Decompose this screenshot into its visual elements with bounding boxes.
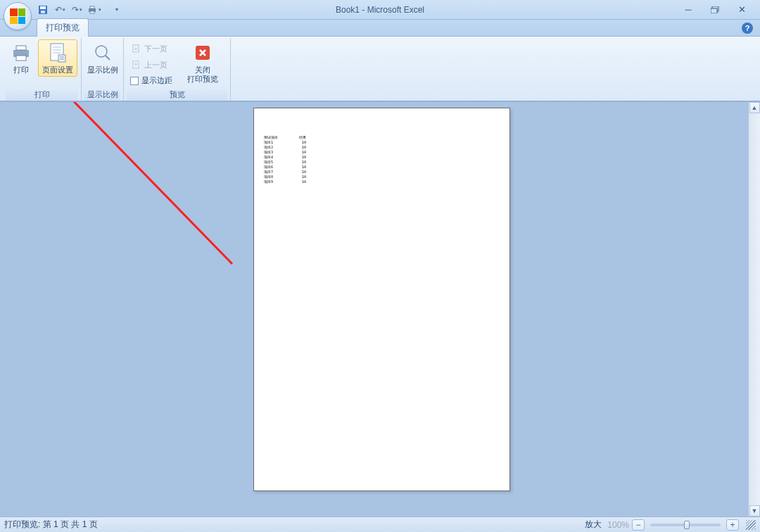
page-content: 测试项目结果项目110项目210项目310项目410项目510项目610项目71…: [264, 135, 306, 184]
ribbon: 打印 页面设置 打印 显示比例 显示比例: [0, 37, 760, 101]
prev-page-button: 上一页: [127, 57, 182, 72]
svg-rect-10: [16, 56, 26, 61]
minimize-button[interactable]: ─: [680, 4, 697, 16]
help-icon[interactable]: ?: [742, 23, 753, 34]
redo-button[interactable]: ↷▾: [69, 2, 84, 18]
svg-point-11: [26, 51, 27, 53]
close-icon: [191, 42, 214, 64]
undo-button[interactable]: ↶▾: [52, 2, 68, 18]
magnifier-icon: [91, 42, 114, 64]
page-setup-button[interactable]: 页面设置: [38, 39, 77, 77]
tab-print-preview[interactable]: 打印预览: [37, 18, 89, 37]
office-button[interactable]: [4, 2, 32, 30]
zoom-button[interactable]: 显示比例: [84, 39, 120, 77]
checkbox-icon: [130, 77, 139, 85]
window-controls: ─ ✕: [680, 4, 756, 16]
close-preview-button[interactable]: 关闭打印预览: [183, 39, 222, 86]
vertical-scrollbar[interactable]: ▲ ▼: [748, 102, 760, 517]
scroll-up-button[interactable]: ▲: [749, 102, 760, 113]
svg-rect-5: [90, 11, 94, 13]
svg-rect-9: [16, 46, 26, 50]
next-page-label: 下一页: [144, 44, 167, 54]
group-zoom: 显示比例 显示比例: [82, 38, 124, 101]
page-setup-icon: [46, 42, 69, 64]
printer-icon: [10, 42, 32, 64]
close-button[interactable]: ✕: [733, 4, 750, 16]
svg-rect-4: [90, 6, 94, 8]
zoom-percent[interactable]: 100%: [607, 520, 629, 530]
prev-page-label: 上一页: [144, 60, 167, 70]
show-margin-checkbox[interactable]: 显示边距: [127, 73, 182, 88]
restore-button[interactable]: [707, 4, 723, 16]
resize-grip-icon[interactable]: [746, 520, 756, 530]
status-text: 打印预览: 第 1 页 共 1 页: [4, 519, 98, 531]
app-name: Microsoft Excel: [367, 5, 424, 15]
group-zoom-label: 显示比例: [84, 89, 120, 101]
svg-line-20: [106, 56, 110, 60]
zoom-mode-label[interactable]: 放大: [585, 519, 602, 531]
quickprint-button[interactable]: ▾: [86, 2, 101, 18]
page-setup-label: 页面设置: [42, 65, 73, 75]
svg-line-24: [68, 102, 232, 264]
scroll-down-button[interactable]: ▼: [749, 505, 760, 517]
print-label: 打印: [13, 65, 29, 75]
zoom-slider[interactable]: [650, 524, 721, 526]
svg-point-19: [96, 46, 107, 57]
preview-area[interactable]: 测试项目结果项目110项目210项目310项目410项目510项目610项目71…: [0, 101, 760, 517]
zoom-slider-thumb[interactable]: [684, 521, 690, 529]
preview-options: 下一页 上一页 显示边距: [127, 39, 182, 88]
next-page-button: 下一页: [127, 41, 182, 56]
svg-rect-1: [40, 6, 46, 9]
status-zoom: 放大 100% − +: [585, 519, 756, 531]
titlebar: ↶▾ ↷▾ ▾ ▾ Book1 - Microsoft Excel ─ ✕: [0, 0, 760, 20]
group-print: 打印 页面设置 打印: [3, 38, 82, 101]
doc-name: Book1: [336, 5, 360, 15]
zoom-out-button[interactable]: −: [632, 519, 645, 531]
zoom-in-button[interactable]: +: [726, 519, 739, 531]
qat-customize-button[interactable]: ▾: [108, 2, 124, 18]
office-logo-icon: [10, 8, 25, 24]
status-bar: 打印预览: 第 1 页 共 1 页 放大 100% − +: [0, 517, 760, 532]
quick-access-toolbar: ↶▾ ↷▾ ▾ ▾: [35, 2, 124, 18]
svg-rect-2: [41, 11, 45, 13]
arrow-up-icon: [130, 59, 141, 70]
zoom-label: 显示比例: [87, 65, 118, 75]
group-preview-label: 预览: [127, 89, 227, 101]
save-button[interactable]: [35, 2, 51, 18]
group-preview: 下一页 上一页 显示边距 关闭打印预览: [124, 38, 231, 101]
ribbon-tabs: 打印预览 ?: [0, 20, 760, 37]
arrow-down-icon: [130, 43, 141, 54]
svg-rect-16: [58, 55, 65, 62]
group-print-label: 打印: [6, 89, 78, 101]
close-preview-label: 关闭打印预览: [187, 65, 218, 84]
page-preview: 测试项目结果项目110项目210项目310项目410项目510项目610项目71…: [253, 108, 510, 491]
print-button[interactable]: 打印: [6, 39, 37, 77]
show-margin-label: 显示边距: [141, 75, 172, 86]
svg-rect-7: [711, 8, 717, 13]
